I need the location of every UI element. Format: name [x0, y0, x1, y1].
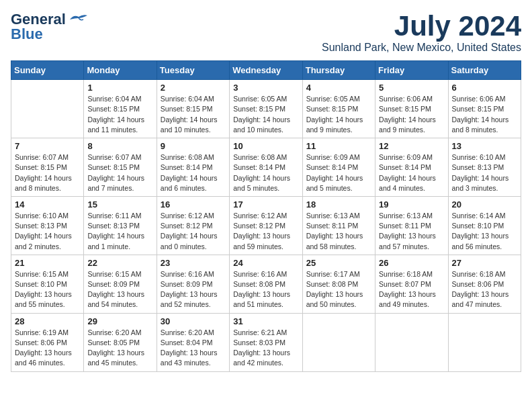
page-title: July 2024 — [322, 11, 521, 42]
calendar-cell: 3 Sunrise: 6:05 AMSunset: 8:15 PMDayligh… — [230, 80, 302, 138]
calendar-week-row: 28 Sunrise: 6:19 AMSunset: 8:06 PMDaylig… — [11, 313, 521, 371]
day-info: Sunrise: 6:11 AMSunset: 8:13 PMDaylight:… — [87, 211, 152, 252]
day-number: 25 — [306, 258, 371, 268]
calendar-cell: 18 Sunrise: 6:13 AMSunset: 8:11 PMDaylig… — [302, 196, 375, 255]
calendar-cell — [11, 80, 84, 138]
day-info: Sunrise: 6:10 AMSunset: 8:13 PMDaylight:… — [15, 211, 80, 252]
col-friday: Friday — [375, 61, 448, 80]
day-info: Sunrise: 6:13 AMSunset: 8:11 PMDaylight:… — [379, 211, 444, 252]
day-number: 19 — [379, 199, 444, 210]
day-info: Sunrise: 6:05 AMSunset: 8:15 PMDaylight:… — [233, 94, 298, 135]
col-tuesday: Tuesday — [157, 61, 229, 80]
day-number: 26 — [379, 258, 444, 268]
day-info: Sunrise: 6:14 AMSunset: 8:10 PMDaylight:… — [452, 211, 517, 252]
day-number: 21 — [15, 258, 80, 268]
day-number: 10 — [233, 141, 298, 151]
calendar-cell — [448, 313, 521, 371]
calendar-cell: 28 Sunrise: 6:19 AMSunset: 8:06 PMDaylig… — [11, 313, 84, 371]
calendar-week-row: 7 Sunrise: 6:07 AMSunset: 8:15 PMDayligh… — [11, 138, 521, 197]
day-info: Sunrise: 6:10 AMSunset: 8:13 PMDaylight:… — [452, 152, 517, 193]
day-info: Sunrise: 6:04 AMSunset: 8:15 PMDaylight:… — [87, 94, 152, 135]
day-number: 13 — [452, 141, 517, 151]
calendar-cell: 5 Sunrise: 6:06 AMSunset: 8:15 PMDayligh… — [375, 80, 448, 138]
day-number: 27 — [452, 258, 517, 268]
day-number: 4 — [306, 83, 371, 93]
calendar-cell: 20 Sunrise: 6:14 AMSunset: 8:10 PMDaylig… — [448, 196, 521, 255]
day-number: 28 — [15, 316, 80, 326]
calendar-cell: 13 Sunrise: 6:10 AMSunset: 8:13 PMDaylig… — [448, 138, 521, 197]
col-sunday: Sunday — [11, 61, 84, 80]
col-monday: Monday — [84, 61, 157, 80]
day-info: Sunrise: 6:20 AMSunset: 8:04 PMDaylight:… — [161, 328, 226, 369]
calendar-cell: 16 Sunrise: 6:12 AMSunset: 8:12 PMDaylig… — [157, 196, 229, 255]
day-number: 30 — [161, 316, 226, 326]
calendar-week-row: 1 Sunrise: 6:04 AMSunset: 8:15 PMDayligh… — [11, 80, 521, 138]
day-number: 23 — [161, 258, 226, 268]
page-subtitle: Sunland Park, New Mexico, United States — [322, 42, 521, 54]
day-info: Sunrise: 6:04 AMSunset: 8:15 PMDaylight:… — [161, 94, 226, 135]
day-number: 18 — [306, 199, 371, 210]
calendar-cell: 10 Sunrise: 6:08 AMSunset: 8:14 PMDaylig… — [230, 138, 302, 197]
calendar-cell: 1 Sunrise: 6:04 AMSunset: 8:15 PMDayligh… — [84, 80, 157, 138]
calendar-cell: 2 Sunrise: 6:04 AMSunset: 8:15 PMDayligh… — [157, 80, 229, 138]
col-wednesday: Wednesday — [230, 61, 302, 80]
day-number: 7 — [15, 141, 80, 151]
day-number: 22 — [87, 258, 152, 268]
day-number: 2 — [161, 83, 226, 93]
calendar-cell: 19 Sunrise: 6:13 AMSunset: 8:11 PMDaylig… — [375, 196, 448, 255]
day-number: 14 — [15, 199, 80, 210]
calendar-cell: 17 Sunrise: 6:12 AMSunset: 8:12 PMDaylig… — [230, 196, 302, 255]
day-info: Sunrise: 6:06 AMSunset: 8:15 PMDaylight:… — [379, 94, 444, 135]
calendar-cell: 26 Sunrise: 6:18 AMSunset: 8:07 PMDaylig… — [375, 255, 448, 313]
calendar-week-row: 14 Sunrise: 6:10 AMSunset: 8:13 PMDaylig… — [11, 196, 521, 255]
calendar-cell: 24 Sunrise: 6:16 AMSunset: 8:08 PMDaylig… — [230, 255, 302, 313]
calendar-cell: 29 Sunrise: 6:20 AMSunset: 8:05 PMDaylig… — [84, 313, 157, 371]
title-block: July 2024 Sunland Park, New Mexico, Unit… — [322, 11, 521, 54]
calendar-header-row: Sunday Monday Tuesday Wednesday Thursday… — [11, 61, 521, 80]
day-info: Sunrise: 6:18 AMSunset: 8:06 PMDaylight:… — [452, 269, 517, 310]
day-info: Sunrise: 6:16 AMSunset: 8:09 PMDaylight:… — [161, 269, 226, 310]
day-info: Sunrise: 6:09 AMSunset: 8:14 PMDaylight:… — [379, 152, 444, 193]
calendar-cell: 11 Sunrise: 6:09 AMSunset: 8:14 PMDaylig… — [302, 138, 375, 197]
calendar-cell: 12 Sunrise: 6:09 AMSunset: 8:14 PMDaylig… — [375, 138, 448, 197]
logo-text-blue: Blue — [11, 26, 43, 43]
day-info: Sunrise: 6:13 AMSunset: 8:11 PMDaylight:… — [306, 211, 371, 252]
day-number: 31 — [233, 316, 298, 326]
day-info: Sunrise: 6:06 AMSunset: 8:15 PMDaylight:… — [452, 94, 517, 135]
calendar-cell: 22 Sunrise: 6:15 AMSunset: 8:09 PMDaylig… — [84, 255, 157, 313]
day-info: Sunrise: 6:05 AMSunset: 8:15 PMDaylight:… — [306, 94, 371, 135]
calendar-cell: 6 Sunrise: 6:06 AMSunset: 8:15 PMDayligh… — [448, 80, 521, 138]
day-number: 12 — [379, 141, 444, 151]
day-info: Sunrise: 6:12 AMSunset: 8:12 PMDaylight:… — [233, 211, 298, 252]
calendar-cell — [302, 313, 375, 371]
day-number: 6 — [452, 83, 517, 93]
calendar-cell: 23 Sunrise: 6:16 AMSunset: 8:09 PMDaylig… — [157, 255, 229, 313]
logo: General Blue — [11, 11, 89, 43]
day-info: Sunrise: 6:08 AMSunset: 8:14 PMDaylight:… — [233, 152, 298, 193]
calendar-cell: 27 Sunrise: 6:18 AMSunset: 8:06 PMDaylig… — [448, 255, 521, 313]
day-number: 15 — [87, 199, 152, 210]
day-info: Sunrise: 6:21 AMSunset: 8:03 PMDaylight:… — [233, 328, 298, 369]
calendar-cell: 30 Sunrise: 6:20 AMSunset: 8:04 PMDaylig… — [157, 313, 229, 371]
page-header: General Blue July 2024 Sunland Park, New… — [11, 11, 521, 54]
calendar-cell: 8 Sunrise: 6:07 AMSunset: 8:15 PMDayligh… — [84, 138, 157, 197]
day-info: Sunrise: 6:12 AMSunset: 8:12 PMDaylight:… — [161, 211, 226, 252]
day-info: Sunrise: 6:07 AMSunset: 8:15 PMDaylight:… — [15, 152, 80, 193]
day-info: Sunrise: 6:18 AMSunset: 8:07 PMDaylight:… — [379, 269, 444, 310]
calendar-cell: 15 Sunrise: 6:11 AMSunset: 8:13 PMDaylig… — [84, 196, 157, 255]
day-info: Sunrise: 6:08 AMSunset: 8:14 PMDaylight:… — [161, 152, 226, 193]
day-info: Sunrise: 6:07 AMSunset: 8:15 PMDaylight:… — [87, 152, 152, 193]
day-info: Sunrise: 6:17 AMSunset: 8:08 PMDaylight:… — [306, 269, 371, 310]
calendar-cell: 9 Sunrise: 6:08 AMSunset: 8:14 PMDayligh… — [157, 138, 229, 197]
calendar-cell: 4 Sunrise: 6:05 AMSunset: 8:15 PMDayligh… — [302, 80, 375, 138]
calendar-cell — [375, 313, 448, 371]
calendar-cell: 21 Sunrise: 6:15 AMSunset: 8:10 PMDaylig… — [11, 255, 84, 313]
day-number: 20 — [452, 199, 517, 210]
day-info: Sunrise: 6:15 AMSunset: 8:10 PMDaylight:… — [15, 269, 80, 310]
day-info: Sunrise: 6:09 AMSunset: 8:14 PMDaylight:… — [306, 152, 371, 193]
col-thursday: Thursday — [302, 61, 375, 80]
logo-bird-icon — [69, 13, 89, 26]
calendar-table: Sunday Monday Tuesday Wednesday Thursday… — [11, 60, 521, 371]
day-number: 29 — [87, 316, 152, 326]
day-info: Sunrise: 6:19 AMSunset: 8:06 PMDaylight:… — [15, 328, 80, 369]
